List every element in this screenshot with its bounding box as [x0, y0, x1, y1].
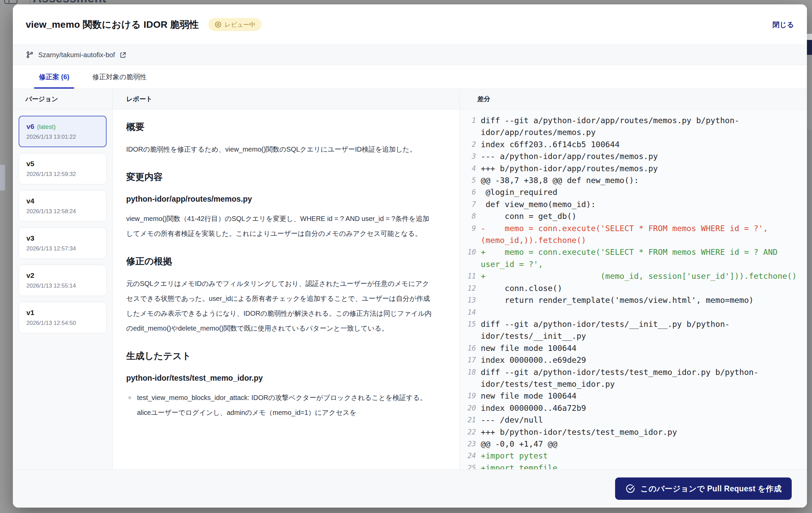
diff-line: 13 return render_template('memos/view.ht… [464, 294, 805, 306]
version-card[interactable]: v42026/1/13 12:58:24 [19, 190, 107, 222]
report-list-item-text: test_view_memo_blocks_idor_attack: IDORの… [137, 390, 435, 420]
diff-line-number: 2 [464, 139, 476, 151]
diff-line-text: conn.close() [481, 283, 805, 294]
report-paragraph: IDORの脆弱性を修正するため、view_memo()関数のSQLクエリにユーザ… [126, 142, 435, 157]
version-list: v6(latest)2026/1/13 13:01:22v52026/1/13 … [13, 109, 112, 469]
eye-icon [215, 21, 222, 28]
diff-line-number: 9 [464, 223, 476, 235]
diff-line: 8 conn = get_db() [464, 210, 805, 222]
diff-line: 16new file mode 100644 [464, 342, 805, 354]
diff-line: 10+ memo = conn.execute('SELECT * FROM m… [464, 246, 805, 270]
diff-line-number: 6 [464, 186, 476, 198]
tab-fix-proposals[interactable]: 修正案 (6) [34, 65, 74, 89]
diff-line: 7 def view_memo(memo_id): [464, 199, 805, 210]
report-heading: 修正の根拠 [126, 255, 435, 267]
latest-tag: (latest) [37, 124, 55, 130]
diff-line-text: +import tempfile [481, 462, 805, 469]
tab-target-vulnerability[interactable]: 修正対象の脆弱性 [88, 65, 151, 89]
diff-line-number: 12 [464, 283, 476, 294]
report-heading: 生成したテスト [126, 350, 435, 362]
column-headers: バージョン レポート 差分 [13, 89, 807, 109]
diff-line-text: diff --git a/python-idor/tests/__init__.… [481, 318, 805, 342]
version-card[interactable]: v32026/1/13 12:57:34 [19, 227, 107, 259]
versions-column-header: バージョン [13, 89, 112, 109]
version-label: v6 [26, 122, 34, 130]
modal-title: view_memo 関数における IDOR 脆弱性 [26, 18, 199, 31]
version-timestamp: 2026/1/13 12:57:34 [26, 245, 99, 252]
diff-line-text: diff --git a/python-idor/tests/test_memo… [481, 366, 805, 391]
background-fragment [807, 34, 812, 40]
diff-line: 4+++ b/python-idor/app/routes/memos.py [464, 163, 805, 175]
report-paragraph: 元のSQLクエリはメモIDのみでフィルタリングしており、認証されたユーザーが任意… [126, 276, 435, 336]
version-label: v2 [26, 271, 34, 279]
modal-footer: このバージョンで Pull Request を作成 [13, 469, 807, 508]
background-fragment [0, 165, 5, 191]
report-panel: 概要IDORの脆弱性を修正するため、view_memo()関数のSQLクエリにユ… [112, 109, 459, 469]
diff-line-number: 20 [464, 402, 476, 414]
diff-line-number: 18 [464, 366, 476, 378]
external-link-icon[interactable] [119, 51, 127, 59]
status-badge: レビュー中 [208, 18, 262, 31]
diff-line-text: new file mode 100644 [481, 342, 805, 354]
version-card[interactable]: v6(latest)2026/1/13 13:01:22 [19, 116, 107, 147]
report-heading: 概要 [126, 121, 435, 133]
diff-column-header: 差分 [459, 89, 807, 109]
diff-line: 21--- /dev/null [464, 414, 805, 426]
close-button[interactable]: 閉じる [772, 20, 794, 29]
diff-line-text: @@ -38,7 +38,8 @@ def new_memo(): [481, 175, 805, 186]
version-label: v1 [26, 309, 34, 316]
diff-line-number: 19 [464, 390, 476, 402]
diff-line: 9- memo = conn.execute('SELECT * FROM me… [464, 223, 805, 247]
create-pull-request-label: このバージョンで Pull Request を作成 [640, 484, 782, 494]
version-card[interactable]: v22026/1/13 12:55:14 [19, 265, 107, 296]
diff-line: 5@@ -38,7 +38,8 @@ def new_memo(): [464, 175, 805, 186]
diff-line: 17index 0000000..e69de29 [464, 354, 805, 366]
diff-line-number: 15 [464, 318, 476, 330]
background-fragment [807, 40, 812, 55]
check-circle-icon [625, 484, 635, 494]
diff-line-text: def view_memo(memo_id): [481, 199, 805, 210]
diff-line-text: return render_template('memos/view.html'… [481, 294, 805, 306]
diff-line-text: +++ b/python-idor/app/routes/memos.py [481, 163, 805, 175]
diff-line: 15diff --git a/python-idor/tests/__init_… [464, 318, 805, 342]
diff-line-text: @login_required [481, 186, 805, 198]
tab-bar: 修正案 (6) 修正対象の脆弱性 [13, 65, 807, 89]
status-badge-label: レビュー中 [225, 22, 255, 28]
report-heading: python-idor/app/routes/memos.py [126, 195, 435, 204]
diff-line: 18diff --git a/python-idor/tests/test_me… [464, 366, 805, 391]
diff-line: 12 conn.close() [464, 283, 805, 294]
modal-header: view_memo 関数における IDOR 脆弱性 レビュー中 閉じる [13, 4, 807, 45]
diff-line-text: + (memo_id, session['user_id'])).fetchon… [481, 270, 805, 282]
diff-line-number: 25 [464, 462, 476, 469]
diff-line-number: 22 [464, 426, 476, 438]
diff-line: 14 [464, 307, 805, 318]
diff-line: 6 @login_required [464, 186, 805, 198]
create-pull-request-button[interactable]: このバージョンで Pull Request を作成 [615, 477, 792, 500]
diff-line: 2index c6ff203..6f14cb5 100644 [464, 139, 805, 151]
report-heading: 変更内容 [126, 171, 435, 183]
repository-link[interactable]: Szarny/takumi-autofix-bof [38, 51, 115, 59]
diff-line: 3--- a/python-idor/app/routes/memos.py [464, 151, 805, 162]
version-label: v5 [26, 160, 34, 168]
diff-line-number: 16 [464, 342, 476, 354]
version-card[interactable]: v12026/1/13 12:54:50 [19, 302, 107, 333]
modal-content: v6(latest)2026/1/13 13:01:22v52026/1/13 … [13, 109, 807, 469]
diff-line: 25+import tempfile [464, 462, 805, 469]
diff-line-text: @@ -0,0 +1,47 @@ [481, 438, 805, 450]
diff-line-number: 23 [464, 438, 476, 450]
report-paragraph: view_memo()関数（41-42行目）のSQLクエリを変更し、WHERE … [126, 211, 435, 241]
version-label: v4 [26, 197, 34, 205]
version-card[interactable]: v52026/1/13 12:59:32 [19, 153, 107, 184]
diff-line: 19new file mode 100644 [464, 390, 805, 402]
diff-line-text: --- /dev/null [481, 414, 805, 426]
version-label: v3 [26, 234, 34, 242]
diff-line: 11+ (memo_id, session['user_id'])).fetch… [464, 270, 805, 282]
diff-line-number: 11 [464, 270, 476, 282]
diff-line-text: +++ b/python-idor/tests/test_memo_idor.p… [481, 426, 805, 438]
diff-line: 24+import pytest [464, 450, 805, 462]
diff-line-number: 14 [464, 307, 476, 318]
diff-line-number: 1 [464, 115, 476, 127]
diff-line-number: 21 [464, 414, 476, 426]
version-timestamp: 2026/1/13 12:59:32 [26, 171, 99, 178]
diff-line: 1diff --git a/python-idor/app/routes/mem… [464, 115, 805, 139]
